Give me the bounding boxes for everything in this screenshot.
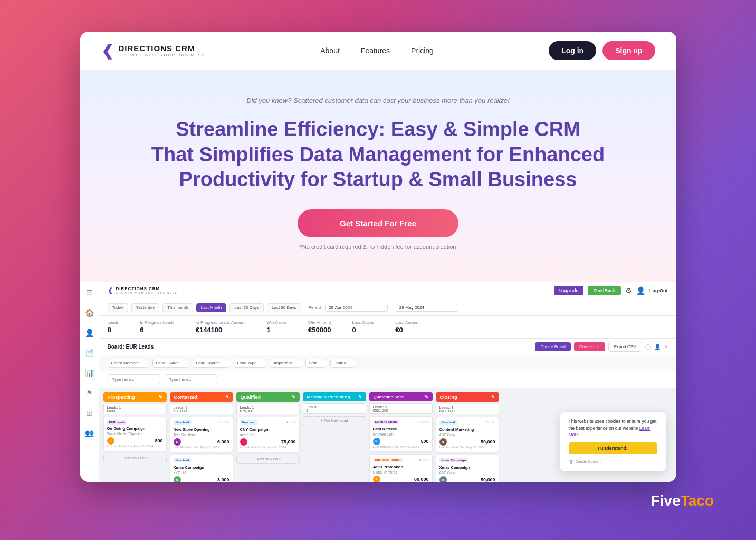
chart-icon[interactable]: 📊 [83, 367, 95, 379]
stat-loss-amount: Loss Amount €0 [395, 320, 419, 334]
col-edit-meeting[interactable]: ✎ [358, 394, 362, 399]
crm-logo-small: ❮ DIRECTIONS CRM GROWTH WITH YOUR BUSINE… [108, 286, 178, 294]
card-company: Acme Inc [240, 433, 296, 437]
feedback-button[interactable]: FeedBack [588, 286, 621, 295]
stat-in-progress-value: 6 [140, 326, 174, 334]
period-label: Period: [309, 305, 322, 310]
card-avatar: N [439, 438, 447, 446]
create-board-button[interactable]: Create Board [535, 342, 571, 351]
add-lead-prospecting[interactable]: + Add New Lead [103, 454, 167, 462]
card-avatar: P [107, 437, 114, 445]
filter-today[interactable]: Today [108, 303, 128, 312]
circle-icon: ◯ [645, 344, 651, 350]
card-date: Last Modified: Sat, May 25, 2024 [439, 446, 495, 449]
hero-title-line3: Productivity for Startup & Small Busines… [179, 168, 577, 190]
col-stats-meeting: Leads: 0 €- [303, 403, 366, 414]
filter-star[interactable]: Star [305, 359, 326, 368]
filter-important[interactable]: Important [271, 359, 301, 368]
col-amount-quotation: €501,500 [373, 409, 429, 412]
brand-taco: Taco [681, 493, 714, 509]
col-amount-meeting: €- [307, 409, 362, 412]
col-edit-quotation[interactable]: ✎ [425, 394, 428, 399]
grid-icon[interactable]: ⊞ [83, 407, 95, 419]
col-edit-closing[interactable]: ✎ [491, 394, 495, 399]
card-avatar: P [373, 476, 380, 482]
search-type-input-2[interactable] [165, 374, 217, 384]
cookie-understand-button[interactable]: I understand! [569, 442, 657, 454]
menu-icon[interactable]: ☰ [83, 287, 95, 298]
cookie-learn-more-link[interactable]: Learn More [569, 426, 651, 438]
filter-last-month[interactable]: Last Month [196, 303, 227, 312]
card-amount: 50,000 [481, 439, 495, 445]
kanban-card: New lead □ ☆ ✎ New Store Opening Tech So… [170, 417, 233, 452]
filter-status[interactable]: Status [330, 359, 355, 368]
hero-title-line1: Streamline Efficiency: Easy & Simple CRM [176, 118, 580, 140]
stat-leads-value: 8 [108, 326, 119, 334]
nav-pricing[interactable]: Pricing [411, 46, 434, 55]
col-edit-qualified[interactable]: ✎ [292, 394, 295, 399]
nav-about[interactable]: About [320, 46, 340, 55]
card-title: On-Going Campaign [107, 426, 163, 431]
stat-win-cases: Win Cases 1 [266, 320, 287, 334]
add-lead-meeting[interactable]: + Add New Lead [303, 416, 366, 425]
search-type-input[interactable] [108, 374, 160, 384]
col-leads-count-closing: Leads: 1 [439, 406, 495, 409]
stat-in-progress-label: In-Progress Leads [140, 320, 174, 325]
card-date: Last Modified: Sat, May 25, 2024 [174, 446, 229, 449]
period-from-input[interactable] [325, 304, 388, 312]
filter-board-member[interactable]: Board Member [108, 359, 148, 368]
sidebar-icons: ☰ 🏠 👤 📄 📊 ⚑ ⊞ 👥 [80, 282, 99, 482]
signup-button[interactable]: Sign up [602, 41, 655, 60]
cta-button[interactable]: Get Started For Free [298, 209, 458, 237]
users-icon[interactable]: 👤 [83, 327, 95, 339]
card-badge: New lead [240, 420, 258, 425]
stat-in-progress-amount-value: €144100 [196, 326, 246, 334]
stat-in-progress: In-Progress Leads 6 [140, 320, 174, 334]
nav-features[interactable]: Features [361, 46, 390, 55]
card-footer: K 500 [373, 438, 429, 445]
filter-last-30[interactable]: Last 30 Days [229, 303, 264, 312]
card-badge: Xmas Campaign [439, 458, 468, 462]
file-icon[interactable]: 📄 [83, 347, 95, 359]
filter-yesterday[interactable]: Yesterday [131, 303, 159, 312]
export-csv-button[interactable]: Export CSV [608, 342, 642, 352]
card-company: ABC Corp [439, 471, 495, 475]
col-header-qualified: Qualified ✎ [236, 392, 300, 402]
card-amount: 6,000 [217, 439, 229, 445]
card-title: Xmas Campaign [439, 465, 495, 470]
col-leads-count-qualified: Leads: 1 [240, 406, 296, 409]
board-title: Board: EUR Leads [108, 344, 154, 350]
col-edit-prospecting[interactable]: ✎ [159, 394, 162, 399]
card-footer: F 75,000 [240, 438, 296, 446]
date-filter-row: Today Yesterday This month Last Month La… [99, 300, 676, 316]
crm-logo-subtitle: GROWTH WITH YOUR BUSINESS [116, 291, 178, 294]
filter-this-month[interactable]: This month [162, 303, 193, 312]
upgrade-button[interactable]: Upgrade [554, 286, 584, 295]
add-lead-qualified[interactable]: + Add New Lead [236, 455, 300, 464]
kanban-column-meeting: Meeting & Presenting ✎ Leads: 0 €- + Add… [303, 392, 366, 478]
period-to-input[interactable] [396, 304, 458, 312]
stat-loss-cases: Loss Cases 0 [352, 320, 374, 334]
filter-lead-owner[interactable]: Lead Owner [152, 359, 188, 368]
card-icons: □ ☆ ✎ [221, 420, 229, 424]
col-header-closing: Closing ✎ [436, 392, 499, 402]
settings-icon[interactable]: ⚙ [625, 286, 632, 295]
filter-last-90[interactable]: Last 90 Days [267, 303, 301, 312]
filter-lead-source[interactable]: Lead Source [193, 359, 229, 368]
card-amount: 3,000 [217, 477, 229, 482]
col-leads-count-meeting: Leads: 0 [307, 405, 362, 409]
create-list-button[interactable]: Create List [574, 342, 605, 351]
home-icon[interactable]: 🏠 [83, 307, 95, 319]
col-edit-contacted[interactable]: ✎ [225, 394, 229, 399]
kanban-column-prospecting: Prospecting ✎ Leads: 1 €800 EUR leads On… [103, 392, 167, 478]
flag-icon[interactable]: ⚑ [83, 387, 95, 399]
crm-logo-chevron-icon: ❮ [108, 287, 113, 294]
people-icon[interactable]: 👥 [83, 427, 95, 439]
card-icons: ★ ☆ ✎ [286, 420, 295, 424]
filter-lead-type[interactable]: Lead Type [234, 359, 266, 368]
login-button[interactable]: Log in [549, 41, 596, 60]
person-icon: 👤 [654, 344, 661, 350]
profile-icon[interactable]: 👤 [636, 286, 645, 295]
logout-button[interactable]: Log Out [649, 288, 668, 293]
col-label-prospecting: Prospecting [108, 394, 135, 400]
